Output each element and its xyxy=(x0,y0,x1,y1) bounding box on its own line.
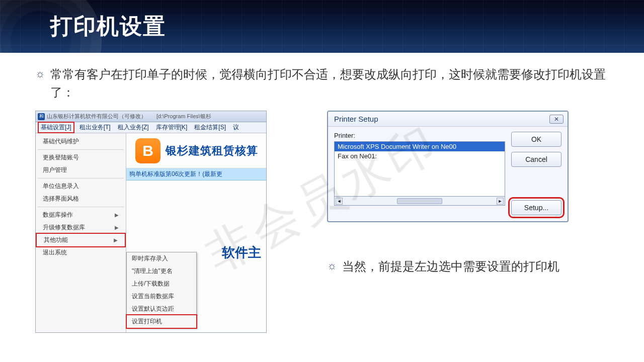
dd-other-functions[interactable]: 其他功能▶ xyxy=(36,233,126,247)
sun-bullet-icon: ☼ xyxy=(35,65,45,82)
intro-bullet: ☼ 常常有客户在打印单子的时候，觉得横向打印不合适，想要改成纵向打印，这时候就需… xyxy=(35,65,609,102)
scroll-right-icon[interactable]: ► xyxy=(497,198,504,205)
titlebar-path: [d:\Program Files\银杉 xyxy=(156,113,211,120)
update-banner: 狗单机标准版第06次更新！(最新更 xyxy=(126,168,266,180)
menu-rent-out[interactable]: 租出业务[T] xyxy=(77,123,113,132)
page-title: 打印机设置 xyxy=(50,12,166,41)
software-main-label: 软件主 xyxy=(222,244,261,261)
chevron-right-icon: ▶ xyxy=(115,225,119,230)
cancel-button[interactable]: Cancel xyxy=(511,152,561,167)
ok-button[interactable]: OK xyxy=(511,132,561,147)
setup-button[interactable]: Setup... xyxy=(511,200,561,215)
dd-unit-info[interactable]: 单位信息录入 xyxy=(36,180,126,193)
dd-db-ops-label: 数据库操作 xyxy=(43,211,73,219)
chevron-right-icon: ▶ xyxy=(114,237,118,243)
menu-basic-settings[interactable]: 基础设置[J] xyxy=(38,122,74,133)
printer-setup-dialog: Printer Setup ✕ Printer: Microsoft XPS D… xyxy=(327,111,569,222)
footnote-bullet: ☼ 当然，前提是左边选中需要设置的打印机 xyxy=(327,257,569,276)
printer-label: Printer: xyxy=(334,132,505,139)
menu-inventory[interactable]: 库存管理[K] xyxy=(154,123,190,132)
dialog-titlebar: Printer Setup ✕ xyxy=(328,112,568,127)
app-icon: 和 xyxy=(38,113,45,120)
app-titlebar: 和 山东银杉计算机软件有限公司（可修改） [d:\Program Files\银… xyxy=(36,111,266,122)
settings-dropdown: 基础代码维护 更换登陆账号 用户管理 单位信息录入 选择界面风格 数据库操作▶ … xyxy=(36,133,126,332)
dialog-body: Printer: Microsoft XPS Document Writer o… xyxy=(328,127,568,221)
intro-text: 常常有客户在打印单子的时候，觉得横向打印不合适，想要改成纵向打印，这时候就需要修… xyxy=(50,65,609,102)
app-body: 基础代码维护 更换登陆账号 用户管理 单位信息录入 选择界面风格 数据库操作▶ … xyxy=(36,133,266,332)
dd-db-upgrade[interactable]: 升级修复数据库▶ xyxy=(36,221,126,234)
sm-printer-setup[interactable]: 设置打印机 xyxy=(126,314,197,329)
chevron-right-icon: ▶ xyxy=(115,212,119,218)
screenshots-row: 和 山东银杉计算机软件有限公司（可修改） [d:\Program Files\银… xyxy=(35,111,609,333)
sun-bullet-icon: ☼ xyxy=(327,257,337,275)
printer-listbox[interactable]: Microsoft XPS Document Writer on Ne00 Fa… xyxy=(334,141,505,197)
sm-clean-rename[interactable]: "清理上油"更名 xyxy=(127,265,196,278)
app-window-screenshot: 和 山东银杉计算机软件有限公司（可修改） [d:\Program Files\银… xyxy=(35,111,267,333)
printer-item-fax[interactable]: Fax on Ne01: xyxy=(335,151,505,161)
dd-db-upgrade-label: 升级修复数据库 xyxy=(43,223,85,232)
sm-default-margin[interactable]: 设置默认页边距 xyxy=(127,303,196,315)
dd-change-login[interactable]: 更换登陆账号 xyxy=(36,151,126,164)
horizontal-scrollbar[interactable]: ◄ ► xyxy=(334,197,505,206)
titlebar-company: 山东银杉计算机软件有限公司（可修改） xyxy=(47,113,146,120)
brand-text: 银杉建筑租赁核算 xyxy=(166,143,258,158)
dd-ui-style[interactable]: 选择界面风格 xyxy=(36,193,126,205)
sm-instant-stock[interactable]: 即时库存录入 xyxy=(127,252,196,265)
menu-settlement[interactable]: 租金结算[S] xyxy=(192,123,228,132)
scroll-thumb[interactable] xyxy=(397,198,442,204)
content-area: ☼ 常常有客户在打印单子的时候，觉得横向打印不合适，想要改成纵向打印，这时候就需… xyxy=(0,53,644,333)
close-icon: ✕ xyxy=(554,116,559,123)
menu-rent-in[interactable]: 租入业务[Z] xyxy=(116,123,151,132)
dialog-title: Printer Setup xyxy=(334,115,378,123)
menu-more[interactable]: 议 xyxy=(231,123,241,132)
dd-user-manage[interactable]: 用户管理 xyxy=(36,164,126,176)
close-button[interactable]: ✕ xyxy=(549,115,564,124)
dialog-button-column: OK Cancel Setup... xyxy=(511,132,561,215)
printer-list-section: Printer: Microsoft XPS Document Writer o… xyxy=(334,132,505,215)
printer-item-xps[interactable]: Microsoft XPS Document Writer on Ne00 xyxy=(335,142,505,151)
scroll-left-icon[interactable]: ◄ xyxy=(336,198,343,205)
other-functions-submenu: 即时库存录入 "清理上油"更名 上传/下载数据 设置当前数据库 设置默认页边距 … xyxy=(126,252,197,328)
brand-row: B 银杉建筑租赁核算 xyxy=(126,133,266,168)
dd-other-functions-label: 其他功能 xyxy=(44,236,68,244)
dd-exit[interactable]: 退出系统 xyxy=(36,246,126,259)
dd-basic-code[interactable]: 基础代码维护 xyxy=(36,135,126,148)
sm-upload-download[interactable]: 上传/下载数据 xyxy=(127,278,196,290)
footnote-text: 当然，前提是左边选中需要设置的打印机 xyxy=(342,257,559,276)
right-column: Printer Setup ✕ Printer: Microsoft XPS D… xyxy=(327,111,569,285)
brand-logo-icon: B xyxy=(135,138,160,163)
dd-db-ops[interactable]: 数据库操作▶ xyxy=(36,209,126,221)
header-band: 打印机设置 xyxy=(0,0,644,53)
sm-set-db[interactable]: 设置当前数据库 xyxy=(127,290,196,303)
app-menubar: 基础设置[J] 租出业务[T] 租入业务[Z] 库存管理[K] 租金结算[S] … xyxy=(36,122,266,133)
